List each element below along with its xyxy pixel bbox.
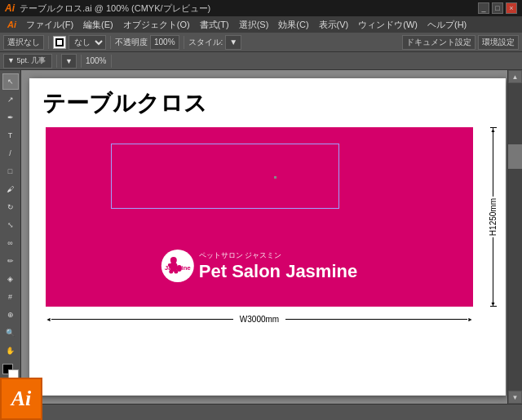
menu-effect[interactable]: 効果(C) <box>274 17 312 33</box>
svg-point-4 <box>169 270 173 274</box>
minimize-button[interactable]: _ <box>478 2 489 14</box>
stroke-color[interactable] <box>53 36 66 49</box>
vertical-scrollbar[interactable]: ▲ ▼ <box>507 70 522 404</box>
menu-help[interactable]: ヘルプ(H) <box>423 17 471 33</box>
toolbar-sep3 <box>184 36 184 49</box>
select-tool[interactable]: ↖ <box>2 73 19 90</box>
menu-object[interactable]: オブジェクト(O) <box>119 17 194 33</box>
secondary-toolbar: ▼ 5pt. 几事 ▼ 100% <box>0 52 522 70</box>
hand-tool[interactable]: ✋ <box>2 343 19 359</box>
title-bar: Ai テーブルクロス.ai @ 100% (CMYK/プレビュー) _ □ × <box>0 0 522 16</box>
window-controls[interactable]: _ □ × <box>478 2 517 14</box>
ai-app-icon: Ai <box>0 378 42 420</box>
svg-point-3 <box>170 257 177 263</box>
maximize-button[interactable]: □ <box>492 2 503 14</box>
menu-format[interactable]: 書式(T) <box>196 17 233 33</box>
main-area: ↖ ↗ ✒ T / □ 🖌 ↻ ⤡ ∞ ✏ ◈ # ⊕ 🔍 ✋ <box>0 70 522 404</box>
sep <box>56 55 57 68</box>
document-canvas: テーブルクロス <box>29 78 506 396</box>
sep3 <box>111 55 112 68</box>
stroke-select[interactable]: なし <box>69 35 106 50</box>
ai-icon-text: Ai <box>11 387 32 411</box>
rect-tool[interactable]: □ <box>2 163 19 179</box>
direct-select-tool[interactable]: ↗ <box>2 91 19 108</box>
w-line <box>51 319 233 320</box>
brush-tool[interactable]: 🖌 <box>2 181 19 197</box>
opacity-label: 不透明度 <box>115 37 148 48</box>
status-bar: 選択 <box>0 404 522 420</box>
h-line-bottom <box>493 237 493 306</box>
zoom-tool[interactable]: 🔍 <box>2 325 19 341</box>
scale-tool[interactable]: ⤡ <box>2 217 19 233</box>
svg-point-6 <box>177 265 182 272</box>
style-select[interactable]: ▼ <box>225 35 241 50</box>
scroll-track[interactable] <box>508 83 522 391</box>
menu-file[interactable]: ファイル(F) <box>22 17 77 33</box>
w-arrow-right: ► <box>467 316 473 322</box>
h-label: H1250mm <box>487 197 499 237</box>
document-settings-btn[interactable]: ドキュメント設定 <box>402 35 476 50</box>
svg-point-7 <box>168 263 171 267</box>
blend-tool[interactable]: ∞ <box>2 235 19 251</box>
menu-ai[interactable]: Ai <box>3 18 20 31</box>
rotate-tool[interactable]: ↻ <box>2 199 19 215</box>
env-settings-btn[interactable]: 環境設定 <box>478 35 519 50</box>
sep2 <box>81 55 82 68</box>
logo-small-text: ペットサロン ジャスミン <box>199 250 357 261</box>
toolbar-sep2 <box>110 36 111 49</box>
canvas-area[interactable]: テーブルクロス <box>21 70 522 404</box>
app-icon: Ai <box>5 2 15 14</box>
width-dimension: ◄ W3000mm ► <box>46 315 473 324</box>
opacity-value[interactable]: 100% <box>150 35 179 50</box>
line-tool[interactable]: / <box>2 145 19 161</box>
tool-option-2[interactable]: ▼ <box>61 54 77 69</box>
center-dot <box>274 176 276 179</box>
menu-edit[interactable]: 編集(E) <box>79 17 117 33</box>
jasmine-icon: Jasmine <box>161 250 194 282</box>
design-area: Jasmine <box>46 127 473 324</box>
menu-bar: Ai ファイル(F) 編集(E) オブジェクト(O) 書式(T) 選択(S) 効… <box>0 16 522 33</box>
w-label: W3000mm <box>233 315 285 324</box>
w-line2 <box>285 319 467 320</box>
shape-builder-tool[interactable]: ⊕ <box>2 307 19 323</box>
logo-area: Jasmine <box>161 250 357 282</box>
menu-window[interactable]: ウィンドウ(W) <box>354 17 422 33</box>
pen-tool[interactable]: ✒ <box>2 109 19 126</box>
toolbar-separator <box>48 36 49 49</box>
mesh-tool[interactable]: # <box>2 289 19 305</box>
scroll-up-button[interactable]: ▲ <box>508 70 522 83</box>
w-arrow-left: ◄ <box>46 316 51 322</box>
inner-border-rect <box>111 144 339 209</box>
h-line-top <box>493 128 493 197</box>
scroll-thumb[interactable] <box>508 144 522 169</box>
menu-select[interactable]: 選択(S) <box>235 17 273 33</box>
zoom-label: 100% <box>86 56 107 65</box>
type-tool[interactable]: T <box>2 127 19 144</box>
title-text: テーブルクロス.ai @ 100% (CMYK/プレビュー) <box>20 2 210 15</box>
logo-big-text: Pet Salon Jasmine <box>199 261 357 282</box>
tool-option-1[interactable]: ▼ 5pt. 几事 <box>3 54 52 69</box>
menu-view[interactable]: 表示(V) <box>315 17 353 33</box>
scroll-down-button[interactable]: ▼ <box>508 391 522 404</box>
height-dimension: H1250mm ▲ ▼ <box>487 127 499 307</box>
tablecloth-rect: Jasmine <box>46 127 473 307</box>
left-toolbar: ↖ ↗ ✒ T / □ 🖌 ↻ ⤡ ∞ ✏ ◈ # ⊕ 🔍 ✋ <box>0 70 21 404</box>
logo-text-block: ペットサロン ジャスミン Pet Salon Jasmine <box>199 250 357 282</box>
eyedropper-tool[interactable]: ✏ <box>2 253 19 269</box>
close-button[interactable]: × <box>506 2 517 14</box>
gradient-tool[interactable]: ◈ <box>2 271 19 287</box>
main-toolbar: 選択なし なし 不透明度 100% スタイル: ▼ ドキュメント設定 環境設定 <box>0 33 522 52</box>
style-label: スタイル: <box>188 37 223 48</box>
select-none[interactable]: 選択なし <box>3 35 44 50</box>
document-title: テーブルクロス <box>29 78 506 127</box>
